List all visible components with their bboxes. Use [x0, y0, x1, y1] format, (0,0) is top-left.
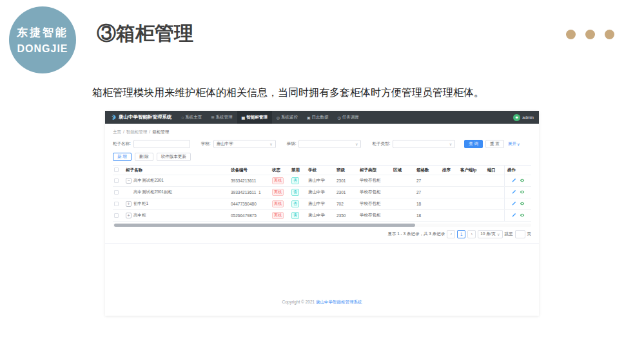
class-cell: 2301 [335, 190, 358, 195]
smart-cabinet-icon: ▤ [242, 115, 246, 120]
prev-page-button[interactable]: ‹ [447, 230, 455, 238]
table-toolbar: 新 增 删 除 软件版本更新 [105, 150, 539, 165]
software-update-button[interactable]: 软件版本更新 [157, 153, 191, 161]
cabinet-name-cell: +高中柜 [124, 213, 229, 218]
disabled-cell: 否 [290, 177, 307, 184]
type-cell: 学校存包柜 [358, 178, 392, 184]
edit-button[interactable] [511, 201, 516, 207]
view-button[interactable] [520, 178, 525, 184]
school-label: 学校: [201, 141, 211, 147]
school-cell: 唐山中学 [307, 178, 335, 184]
class-label: 班级: [287, 141, 297, 147]
next-page-button[interactable]: › [467, 230, 476, 238]
edit-button[interactable] [511, 213, 516, 218]
table-row[interactable]: 高中测试柜2301副柜39334213611_1离线否唐山中学2301学校存包柜… [113, 187, 531, 198]
nav-item-smart-cabinet[interactable]: ▤智能柜管理 [237, 111, 272, 124]
row-checkbox[interactable] [114, 213, 119, 218]
nav-item-home[interactable]: ⌂系统主页 [177, 111, 207, 124]
column-header: 柜子名称 [124, 168, 229, 173]
jump-page-input[interactable] [515, 230, 525, 238]
type-cell: 学校存包柜 [358, 213, 392, 218]
view-button[interactable] [520, 201, 525, 207]
status-badge: 离线 [272, 177, 284, 184]
disabled-badge: 否 [291, 177, 299, 184]
footer-brand-link[interactable]: 唐山中学智能柜管理系统 [316, 300, 362, 304]
nav-label: 系统主页 [185, 115, 202, 120]
status-cell: 离线 [271, 200, 290, 207]
app-header: 唐山中学智能柜管理系统 ⌂系统主页☰系统管理▤智能柜管理◎系统监控▣日志数据◷任… [105, 111, 539, 124]
page-size-select[interactable]: 10 条/页 ∨ [478, 230, 502, 238]
page-title: ③箱柜管理 [97, 21, 193, 47]
logo-text-en: DONGJIE [17, 43, 68, 55]
disabled-cell: 否 [290, 189, 307, 196]
reset-button[interactable]: 重 置 [485, 140, 504, 148]
app-nav: ⌂系统主页☰系统管理▤智能柜管理◎系统监控▣日志数据◷任务调度 [177, 111, 364, 124]
page-1-button[interactable]: 1 [457, 230, 465, 238]
view-button[interactable] [520, 213, 525, 218]
status-cell: 离线 [271, 177, 290, 184]
edit-button[interactable] [511, 178, 516, 184]
search-button[interactable]: 查 询 [464, 140, 483, 148]
horizontal-scrollbar-thumb[interactable] [114, 224, 415, 227]
select-all-checkbox[interactable] [114, 168, 119, 172]
device-number-cell: 39334213611 [229, 178, 271, 183]
task-schedule-icon: ◷ [338, 115, 341, 120]
app-screenshot: 唐山中学智能柜管理系统 ⌂系统主页☰系统管理▤智能柜管理◎系统监控▣日志数据◷任… [105, 111, 539, 316]
decorative-dot [585, 30, 595, 39]
column-header: 箱格数 [415, 168, 441, 173]
breadcrumb-item[interactable]: 主页 [113, 130, 121, 135]
select-all-cell [113, 168, 124, 173]
expand-row-icon[interactable]: + [126, 201, 132, 207]
nav-item-system-monitor[interactable]: ◎系统监控 [272, 111, 302, 124]
row-checkbox[interactable] [114, 178, 119, 183]
logo-text-cn: 东捷智能 [17, 25, 68, 40]
view-button[interactable] [520, 189, 525, 195]
breadcrumb-separator: / [123, 130, 124, 135]
add-button[interactable]: 新 增 [113, 153, 132, 161]
school-select-value: 唐山中学 [217, 141, 233, 147]
nav-item-log-data[interactable]: ▣日志数据 [302, 111, 333, 124]
collapse-row-icon[interactable]: − [126, 178, 132, 184]
table-row[interactable]: +初中柜104477350480离线否唐山中学702学校存包柜18 [113, 198, 531, 210]
column-header: 端口 [486, 168, 504, 173]
app-brand[interactable]: 唐山中学智能柜管理系统 [110, 114, 172, 120]
edit-icon [511, 189, 516, 195]
system-monitor-icon: ◎ [277, 115, 280, 120]
cabinet-type-select[interactable]: ∨ [393, 140, 455, 148]
nav-item-system-settings[interactable]: ☰系统管理 [206, 111, 237, 124]
table-row[interactable]: −高中测试柜230139334213611离线否唐山中学2301学校存包柜27 [113, 175, 531, 187]
column-header: 设备编号 [229, 168, 271, 173]
nav-item-task-schedule[interactable]: ◷任务调度 [333, 111, 364, 124]
breadcrumb-separator: / [149, 130, 150, 135]
edit-button[interactable] [511, 189, 516, 195]
boxes-cell: 18 [415, 202, 441, 206]
status-cell: 离线 [271, 212, 290, 219]
breadcrumb-item[interactable]: 智能柜管理 [126, 130, 148, 135]
row-checkbox[interactable] [114, 190, 119, 195]
cabinet-name-input[interactable] [133, 140, 190, 148]
edit-icon [511, 213, 516, 218]
decorative-dot [566, 30, 576, 39]
boxes-cell: 27 [415, 190, 441, 195]
type-cell: 学校存包柜 [358, 189, 392, 195]
expand-row-icon[interactable]: + [126, 213, 132, 218]
school-cell: 唐山中学 [307, 213, 335, 218]
column-header: 状态 [271, 168, 290, 173]
table-row[interactable]: +高中柜05266479875离线否唐山中学2350学校存包柜18 [113, 210, 531, 222]
user-menu[interactable]: ☻ admin [513, 114, 534, 121]
user-avatar: ☻ [513, 114, 520, 121]
view-icon [520, 189, 525, 195]
chevron-down-icon: ∨ [517, 142, 520, 146]
home-icon: ⌂ [182, 115, 184, 119]
status-cell: 离线 [271, 189, 290, 196]
status-badge: 离线 [272, 189, 284, 196]
class-select[interactable]: ∨ [298, 140, 361, 148]
row-select-cell [113, 213, 124, 218]
device-number-cell: 39334213611_1 [229, 190, 271, 195]
delete-button[interactable]: 删 除 [135, 153, 153, 161]
row-checkbox[interactable] [114, 202, 119, 206]
nav-label: 任务调度 [342, 115, 359, 120]
school-select[interactable]: 唐山中学 ∨ [213, 140, 276, 148]
status-badge: 离线 [272, 200, 284, 207]
expand-filters-link[interactable]: 展开 ∨ [508, 141, 520, 147]
